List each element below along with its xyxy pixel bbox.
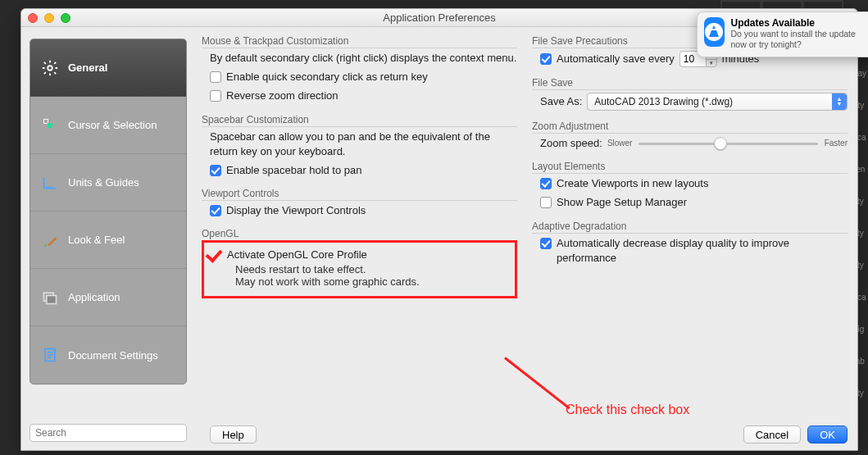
checkbox-page-setup[interactable]: [540, 197, 552, 208]
svg-rect-4: [47, 295, 57, 303]
label-reverse-zoom: Reverse zoom direction: [226, 89, 339, 103]
label-adaptive: Automatically decrease display quality t…: [557, 236, 848, 266]
sidebar: General Cursor & Selection Units & Guide…: [21, 27, 195, 450]
ruler-icon: [40, 173, 60, 193]
sidebar-item-look[interactable]: Look & Feel: [30, 212, 186, 269]
sidebar-item-label: Look & Feel: [68, 234, 125, 246]
checkbox-create-viewports[interactable]: [540, 178, 552, 189]
save-as-value: AutoCAD 2013 Drawing (*.dwg): [594, 95, 733, 109]
svg-rect-2: [48, 123, 52, 127]
sidebar-item-label: General: [68, 61, 107, 74]
save-as-select[interactable]: AutoCAD 2013 Drawing (*.dwg) ▲▼: [587, 93, 848, 111]
cursor-icon: [40, 116, 60, 135]
help-button[interactable]: Help: [210, 425, 257, 444]
svg-rect-1: [44, 119, 48, 123]
label-quick-click: Enable quick secondary click as return k…: [226, 70, 428, 84]
checkbox-spacebar-pan[interactable]: [210, 165, 221, 176]
save-as-label: Save As:: [540, 94, 582, 109]
checkbox-autosave[interactable]: [540, 53, 552, 65]
section-file-save: File Save: [532, 77, 848, 89]
opengl-highlight-box: Activate OpenGL Core Profile Needs resta…: [202, 240, 517, 298]
gear-icon: [40, 58, 60, 78]
checkbox-adaptive[interactable]: [540, 238, 552, 249]
sidebar-item-cursor[interactable]: Cursor & Selection: [30, 97, 186, 154]
label-page-setup: Show Page Setup Manager: [557, 195, 687, 210]
sidebar-item-general[interactable]: General: [30, 39, 186, 97]
section-mouse: Mouse & Trackpad Customization: [202, 35, 517, 47]
notification-title: Updates Available: [731, 17, 866, 29]
appstore-icon: [704, 17, 725, 47]
application-icon: [40, 288, 60, 307]
zoom-faster-label: Faster: [825, 138, 848, 149]
mouse-desc: By default secondary click (right click)…: [210, 51, 517, 66]
sidebar-item-document[interactable]: Document Settings: [30, 326, 186, 384]
label-opengl: Activate OpenGL Core Profile: [227, 248, 367, 262]
label-viewport-controls: Display the Viewport Controls: [226, 203, 366, 218]
ok-button[interactable]: OK: [807, 425, 848, 444]
spacebar-desc: Spacebar can allow you to pan and be the…: [210, 130, 517, 159]
sidebar-item-label: Document Settings: [68, 349, 158, 362]
zoom-speed-label: Zoom speed:: [540, 136, 602, 151]
checkbox-opengl[interactable]: [207, 248, 220, 262]
sidebar-item-label: Cursor & Selection: [68, 119, 157, 131]
section-layout: Layout Elements: [532, 161, 848, 172]
section-adaptive: Adaptive Degradation: [532, 221, 848, 232]
section-spacebar: Spacebar Customization: [202, 114, 517, 125]
right-column: File Save Precautions Automatically save…: [532, 34, 848, 411]
checkbox-reverse-zoom[interactable]: [210, 90, 221, 102]
checkbox-quick-click[interactable]: [210, 71, 221, 83]
label-spacebar-pan: Enable spacebar hold to pan: [226, 163, 362, 178]
label-autosave: Automatically save every: [557, 52, 675, 66]
label-create-viewports: Create Viewports in new layouts: [557, 176, 708, 191]
brush-icon: [40, 230, 60, 250]
opengl-note2: May not work with some graphic cards.: [207, 275, 508, 288]
cancel-button[interactable]: Cancel: [743, 425, 801, 444]
sidebar-item-application[interactable]: Application: [30, 269, 186, 326]
sidebar-item-units[interactable]: Units & Guides: [30, 154, 186, 212]
sidebar-item-label: Application: [68, 291, 120, 303]
checkbox-viewport-controls[interactable]: [210, 205, 221, 216]
section-opengl: OpenGL: [202, 228, 517, 239]
update-notification[interactable]: Updates Available Do you want to install…: [697, 11, 868, 57]
stepper-down-icon[interactable]: ▼: [707, 60, 716, 67]
chevron-updown-icon: ▲▼: [832, 93, 847, 110]
zoom-slower-label: Slower: [607, 138, 633, 149]
preferences-window: Application Preferences General Cursor &…: [20, 8, 858, 451]
document-icon: [40, 345, 60, 365]
zoom-speed-slider[interactable]: [639, 136, 817, 151]
notification-body: Do you want to install the update now or…: [731, 29, 866, 50]
search-input[interactable]: [30, 424, 187, 442]
svg-point-0: [48, 66, 52, 71]
section-zoom: Zoom Adjustment: [532, 121, 848, 132]
annotation-text: Check this check box: [566, 403, 689, 417]
section-viewport: Viewport Controls: [202, 188, 517, 199]
sidebar-item-label: Units & Guides: [68, 176, 139, 189]
left-column: Mouse & Trackpad Customization By defaul…: [202, 34, 517, 411]
opengl-note1: Needs restart to take effect.: [207, 263, 508, 275]
